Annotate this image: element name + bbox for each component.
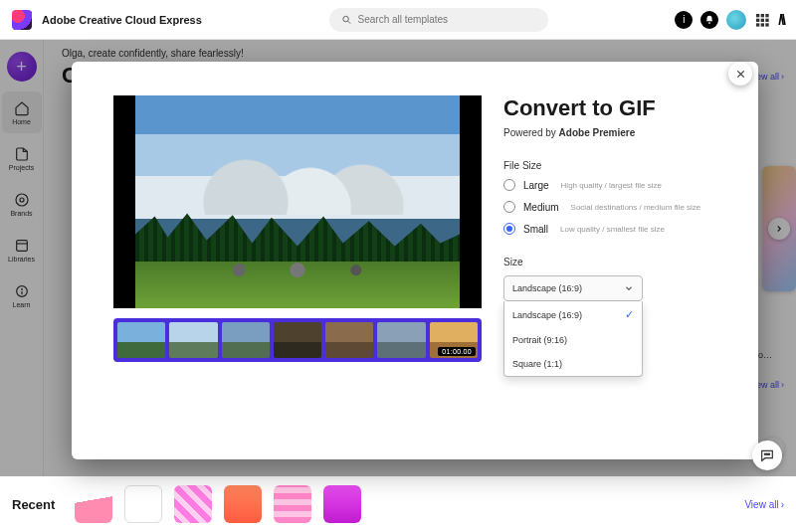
svg-point-18 [768,453,769,454]
option-label: Landscape (16:9) [512,310,582,320]
video-preview[interactable] [113,95,482,308]
timeline-clip[interactable] [377,322,425,358]
svg-point-0 [342,16,347,21]
size-option-portrait[interactable]: Portrait (9:16) [504,328,642,352]
recent-strip: Recent View all › [0,476,796,532]
global-search[interactable] [329,8,548,32]
avatar[interactable] [726,10,746,30]
option-label: Portrait (9:16) [512,335,567,345]
modal-close-button[interactable] [728,62,752,86]
filesize-option-large[interactable]: Large High quality / largest file size [503,179,730,191]
svg-rect-8 [756,23,759,26]
size-dropdown[interactable]: Landscape (16:9) [503,275,643,301]
size-dropdown-menu: Landscape (16:9) ✓ Portrait (9:16) Squar… [503,301,643,377]
top-bar: Adobe Creative Cloud Express i /\\ [0,0,796,40]
timeline[interactable]: 01:00.00 [113,318,482,362]
option-sub: High quality / largest file size [561,181,662,190]
top-right-controls: i /\\ [675,10,784,30]
svg-rect-6 [761,18,764,21]
svg-rect-2 [756,14,759,17]
dropdown-selected: Landscape (16:9) [512,283,582,293]
letterbox-right [460,95,482,308]
option-sub: Social destinations / medium file size [571,203,701,212]
notifications-icon[interactable] [700,11,718,29]
filesize-label: File Size [503,160,730,171]
view-all-label: View all [744,499,778,510]
letterbox-left [113,95,135,308]
svg-rect-10 [766,23,769,26]
preview-image [135,95,460,308]
svg-line-1 [347,21,349,23]
powered-pre: Powered by [503,127,559,138]
svg-point-16 [764,453,765,454]
radio-icon[interactable] [503,201,515,213]
chat-icon [759,447,775,463]
svg-rect-7 [766,18,769,21]
recent-heading: Recent [12,497,55,512]
form-column: Convert to GIF Powered by Adobe Premiere… [503,95,730,432]
svg-point-17 [766,453,767,454]
svg-rect-3 [761,14,764,17]
modal-title: Convert to GIF [503,95,730,121]
powered-by: Powered by Adobe Premiere [503,127,730,138]
radio-icon[interactable] [503,179,515,191]
recent-thumb[interactable] [124,485,162,523]
radio-icon[interactable] [503,223,515,235]
size-option-square[interactable]: Square (1:1) [504,352,642,376]
chevron-down-icon [624,283,634,293]
app-name: Adobe Creative Cloud Express [42,14,202,26]
powered-name: Adobe Premiere [559,127,636,138]
app-switcher-icon[interactable] [754,12,770,28]
timecode-badge: 01:00.00 [438,347,476,356]
convert-to-gif-modal: 01:00.00 Convert to GIF Powered by Adobe… [72,62,758,459]
recent-view-all-link[interactable]: View all › [744,499,784,510]
svg-rect-5 [756,18,759,21]
preview-column: 01:00.00 [113,95,482,432]
timeline-clip[interactable] [274,322,321,358]
search-input[interactable] [358,14,536,25]
adobe-logo: /\\ [778,12,784,28]
app-logo [12,10,32,30]
svg-rect-9 [761,23,764,26]
option-label: Square (1:1) [512,359,562,369]
close-icon [735,69,746,80]
timeline-clip[interactable] [117,322,165,358]
size-option-landscape[interactable]: Landscape (16:9) ✓ [504,301,642,328]
recent-thumb[interactable] [323,485,361,523]
option-label: Small [523,224,548,235]
svg-rect-4 [766,14,769,17]
recent-thumb[interactable] [75,485,112,523]
timeline-clip[interactable] [222,322,270,358]
check-icon: ✓ [625,308,634,321]
filesize-option-small[interactable]: Small Low quality / smallest file size [503,223,730,235]
info-icon[interactable]: i [675,11,693,29]
chevron-right-icon: › [781,499,784,510]
recent-thumb[interactable] [224,485,262,523]
timeline-clip[interactable] [325,322,373,358]
timeline-clip[interactable] [169,322,217,358]
option-label: Large [523,180,549,191]
search-icon [341,14,352,26]
size-label: Size [503,257,730,267]
option-sub: Low quality / smallest file size [560,225,665,234]
filesize-option-medium[interactable]: Medium Social destinations / medium file… [503,201,730,213]
option-label: Medium [523,202,559,213]
recent-thumb[interactable] [274,485,311,523]
recent-thumb[interactable] [174,485,212,523]
recent-thumb[interactable] [373,485,411,523]
help-chat-button[interactable] [752,441,782,470]
